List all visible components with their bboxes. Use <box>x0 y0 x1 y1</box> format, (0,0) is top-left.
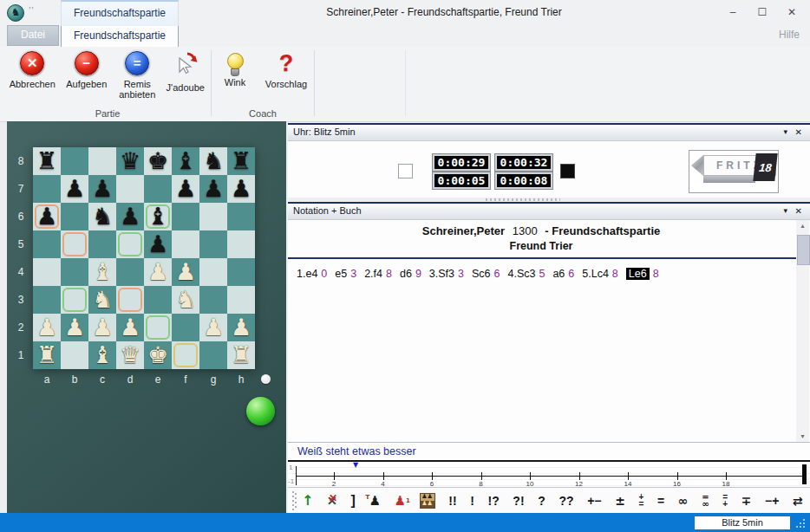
chevron-down-icon[interactable]: ▾ <box>783 125 787 139</box>
white-pawn-piece[interactable]: ♟ <box>64 315 85 341</box>
move-d6[interactable]: d6 <box>400 268 412 280</box>
chevron-down-icon[interactable]: ▾ <box>783 204 787 218</box>
white-pawn-piece[interactable]: ♟ <box>92 315 113 341</box>
board-square-a4[interactable] <box>33 258 61 286</box>
black-queen-piece[interactable]: ♛ <box>120 148 140 174</box>
board-square-g4[interactable] <box>199 258 227 286</box>
board-square-g1[interactable] <box>199 341 227 369</box>
board-square-h7[interactable]: ♟ <box>227 175 255 203</box>
counterplay-symbol[interactable]: ⇄ <box>793 494 803 508</box>
board-square-a1[interactable]: ♜ <box>33 341 61 369</box>
black-bishop-piece[interactable]: ♝ <box>147 204 168 230</box>
board-square-c6[interactable]: ♞ <box>88 203 116 230</box>
white-side-indicator[interactable] <box>398 164 413 178</box>
board-square-f4[interactable]: ♟ <box>172 258 199 286</box>
tab-freundschaftspartie[interactable]: Freundschaftspartie <box>61 24 179 47</box>
delete-annotation-icon[interactable]: ✕ <box>327 494 337 508</box>
black-pawn-piece[interactable]: ♟ <box>64 176 85 202</box>
white-pawn-piece[interactable]: ♟ <box>203 315 224 341</box>
black-pawn-piece[interactable]: ♟ <box>175 176 196 202</box>
board-square-h6[interactable] <box>227 203 255 230</box>
offer-draw-button[interactable]: = Remis anbieten <box>114 51 160 100</box>
white-pawn-piece[interactable]: ♟ <box>120 315 140 341</box>
board-square-b8[interactable] <box>61 147 88 175</box>
board-square-f2[interactable] <box>172 314 199 341</box>
board-square-d5[interactable] <box>116 230 144 258</box>
board-square-g2[interactable]: ♟ <box>199 314 227 341</box>
white-bishop-piece[interactable]: ♝ <box>92 342 113 368</box>
app-icon[interactable]: ♞ <box>7 4 24 22</box>
board-square-e7[interactable] <box>144 175 172 203</box>
black-pawn-piece[interactable]: ♟ <box>36 204 57 230</box>
blunder-symbol[interactable]: ?? <box>559 494 573 508</box>
board-square-b5[interactable] <box>61 230 88 258</box>
board-square-e8[interactable]: ♚ <box>144 147 172 175</box>
board-square-f5[interactable] <box>172 230 199 258</box>
board-square-e5[interactable]: ♟ <box>144 230 172 258</box>
black-clearly-better-symbol[interactable]: ∓ <box>741 494 752 508</box>
notation-scrollbar[interactable]: ▲ ▼ <box>796 220 809 443</box>
scrollbar-thumb[interactable] <box>797 235 810 265</box>
black-slightly-better-symbol[interactable]: = + <box>722 494 728 508</box>
board-square-h8[interactable]: ♜ <box>227 147 255 175</box>
scroll-up-arrow[interactable]: ▲ <box>796 220 809 232</box>
white-king-piece[interactable]: ♚ <box>147 342 168 368</box>
board-square-a2[interactable]: ♟ <box>33 314 61 341</box>
board-square-a5[interactable] <box>33 230 61 258</box>
board-square-b1[interactable] <box>61 341 88 369</box>
board-square-c7[interactable]: ♟ <box>88 175 116 203</box>
resize-grip[interactable] <box>803 519 805 521</box>
move-4.Sc3[interactable]: 4.Sc3 <box>507 268 535 280</box>
quick-access-toolbar[interactable]: ’’ <box>29 5 35 16</box>
pieces-board-icon[interactable]: ♟♟♟♟ <box>420 493 435 509</box>
resign-button[interactable]: − Aufgeben <box>60 51 114 89</box>
board-square-g5[interactable] <box>199 230 227 258</box>
abort-button[interactable]: ✕ Abbrechen <box>5 51 59 89</box>
board-square-d6[interactable]: ♟ <box>116 203 144 230</box>
board-square-h3[interactable] <box>227 286 255 314</box>
board-square-c5[interactable] <box>88 230 116 258</box>
black-rook-piece[interactable]: ♜ <box>231 148 251 174</box>
black-rook-piece[interactable]: ♜ <box>36 148 57 174</box>
interesting-move-symbol[interactable]: !? <box>488 494 500 508</box>
black-bishop-piece[interactable]: ♝ <box>175 148 196 174</box>
file-menu-button[interactable]: Datei <box>7 25 59 46</box>
white-rook-piece[interactable]: ♜ <box>36 342 57 368</box>
board-square-c2[interactable]: ♟ <box>88 314 116 341</box>
board-square-c8[interactable] <box>88 147 116 175</box>
maximize-button[interactable]: ☐ <box>749 3 775 21</box>
white-pawn-piece[interactable]: ♟ <box>36 315 57 341</box>
board-square-b6[interactable] <box>61 203 88 230</box>
board-square-b7[interactable]: ♟ <box>61 175 88 203</box>
board-square-d8[interactable]: ♛ <box>116 147 144 175</box>
board-square-e1[interactable]: ♚ <box>144 341 172 369</box>
compensation-symbol[interactable]: = ∞ <box>702 494 709 508</box>
board-square-b3[interactable] <box>61 286 88 314</box>
move-Le6[interactable]: Le6 <box>626 268 650 280</box>
move-e5[interactable]: e5 <box>335 268 347 280</box>
black-pawn-piece[interactable]: ♟ <box>203 176 224 202</box>
black-knight-piece[interactable]: ♞ <box>92 204 113 230</box>
board-square-e6[interactable]: ♝ <box>144 203 172 230</box>
board-square-a3[interactable] <box>33 286 61 314</box>
board-square-g3[interactable] <box>199 286 227 314</box>
white-queen-piece[interactable]: ♛ <box>120 342 140 368</box>
white-rook-piece[interactable]: ♜ <box>231 342 251 368</box>
black-pawn-piece[interactable]: ♟ <box>120 204 140 230</box>
board-square-h2[interactable]: ♟ <box>227 314 255 341</box>
black-winning-symbol[interactable]: −+ <box>765 494 779 508</box>
board-square-f8[interactable]: ♝ <box>172 147 199 175</box>
board-square-b4[interactable] <box>61 258 88 286</box>
board-square-c1[interactable]: ♝ <box>88 341 116 369</box>
black-knight-piece[interactable]: ♞ <box>203 148 224 174</box>
board-square-d7[interactable] <box>116 175 144 203</box>
chess-board[interactable]: ♜♛♚♝♞♜♟♟♟♟♟♟♞♟♝♟♝♟♟♞♞♟♟♟♟♟♟♜♝♛♚♜ <box>33 147 255 369</box>
white-pawn-piece[interactable]: ♟ <box>231 315 251 341</box>
black-king-piece[interactable]: ♚ <box>147 148 168 174</box>
unclear-symbol[interactable]: ∞ <box>678 494 689 508</box>
white-bishop-piece[interactable]: ♝ <box>92 259 113 285</box>
scroll-down-arrow[interactable]: ▼ <box>796 431 809 443</box>
board-square-d1[interactable]: ♛ <box>116 341 144 369</box>
board-square-c3[interactable]: ♞ <box>88 286 116 314</box>
floating-tab-freundschaftspartie[interactable]: Freundschaftspartie <box>61 0 179 26</box>
